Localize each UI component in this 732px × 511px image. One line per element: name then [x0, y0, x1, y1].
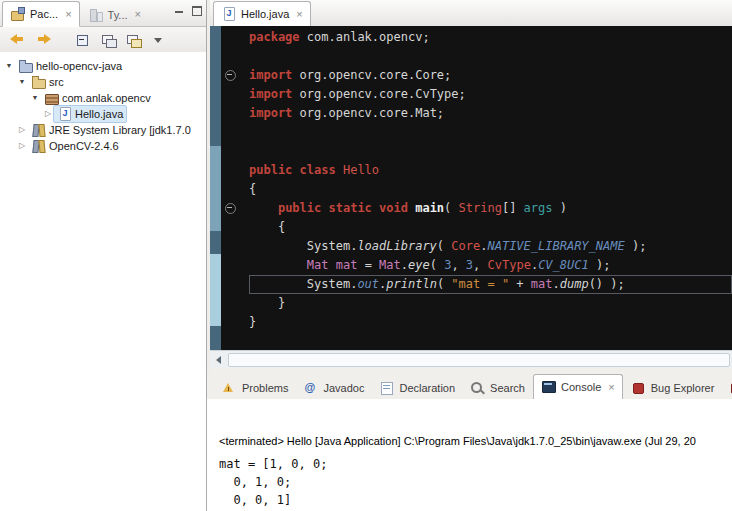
bug-icon: [631, 381, 647, 395]
declaration-icon: [379, 381, 395, 395]
view-tab-search[interactable]: Search: [463, 376, 532, 399]
tab-label: Search: [490, 382, 525, 394]
expander-expanded-icon[interactable]: ▼: [4, 58, 14, 74]
bottom-view-tabs: ProblemsJavadocDeclarationSearchConsole×…: [215, 372, 732, 399]
code-line[interactable]: import org.opencv.core.Mat;: [249, 104, 732, 123]
code-line[interactable]: public static void main( String[] args ): [249, 199, 732, 218]
package-explorer-tabbar: Pac...×Ty...×: [0, 0, 206, 27]
view-tab-javadoc[interactable]: Javadoc: [296, 376, 371, 399]
tab-label: Pac...: [30, 8, 58, 20]
scroll-left-icon: [216, 356, 221, 364]
expander-expanded-icon[interactable]: ▼: [17, 74, 27, 90]
link-with-editor-icon[interactable]: [126, 33, 142, 47]
minimize-icon[interactable]: [174, 5, 185, 15]
view-tab-bug[interactable]: Bug: [722, 376, 732, 399]
code-line[interactable]: import org.opencv.core.CvType;: [249, 85, 732, 104]
tree-item-com-anlak-opencv[interactable]: ▼com.anlak.opencv: [0, 90, 206, 106]
java-file-icon: [57, 107, 73, 121]
expander-collapsed-icon[interactable]: ▷: [43, 106, 53, 122]
library-icon: [31, 123, 47, 137]
view-menu-icon[interactable]: [151, 33, 167, 47]
tree-item-label: Hello.java: [75, 108, 123, 120]
expander-collapsed-icon[interactable]: ▷: [17, 122, 27, 138]
console-output-line: mat = [1, 0, 0;: [219, 455, 732, 473]
code-line[interactable]: }: [249, 313, 732, 332]
expander-expanded-icon[interactable]: ▼: [30, 90, 40, 106]
code-line[interactable]: public class Hello: [249, 161, 732, 180]
horizontal-scrollbar[interactable]: [210, 350, 732, 368]
code-editor[interactable]: package com.anlak.opencv;import org.open…: [210, 26, 732, 351]
code-line[interactable]: System.loadLibrary( Core.NATIVE_LIBRARY_…: [249, 237, 732, 256]
fold-collapse-icon[interactable]: [225, 203, 236, 214]
fold-collapse-icon[interactable]: [225, 70, 236, 81]
tree-item-label: src: [49, 76, 64, 88]
tree-item-label: JRE System Library [jdk1.7.0: [49, 124, 191, 136]
console-output-line: 0, 0, 1]: [219, 491, 732, 509]
close-icon[interactable]: ×: [296, 9, 302, 20]
tree-item-hello-java[interactable]: ▷Hello.java: [0, 106, 206, 122]
code-line[interactable]: {: [249, 180, 732, 199]
java-file-icon: [221, 7, 237, 21]
project-tree[interactable]: ▼hello-opencv-java▼src▼com.anlak.opencv▷…: [0, 52, 206, 511]
project-icon: [18, 59, 34, 73]
package-icon: [44, 91, 60, 105]
tree-item-src[interactable]: ▼src: [0, 74, 206, 90]
maximize-icon[interactable]: [191, 5, 202, 15]
console-output: mat = [1, 0, 0; 0, 1, 0; 0, 0, 1]: [219, 455, 732, 509]
code-line[interactable]: Mat mat = Mat.eye( 3, 3, CvType.CV_8UC1 …: [249, 256, 732, 275]
editor-panel: Hello.java× package com.anlak.opencv;imp…: [210, 0, 732, 368]
package-explorer-panel: Pac...×Ty...× ▼hello-opencv-java▼src▼com…: [0, 0, 207, 511]
view-tab-pac[interactable]: Pac...×: [2, 1, 80, 27]
forward-icon[interactable]: [35, 33, 51, 47]
view-tab-declaration[interactable]: Declaration: [372, 376, 462, 399]
view-tab-ty[interactable]: Ty...×: [81, 3, 148, 26]
code-line[interactable]: [249, 47, 732, 66]
console-header: <terminated> Hello [Java Application] C:…: [219, 435, 732, 447]
tree-item-label: com.anlak.opencv: [62, 92, 151, 104]
code-line[interactable]: [249, 123, 732, 142]
close-icon[interactable]: ×: [608, 382, 614, 393]
scrollbar-thumb[interactable]: [228, 353, 730, 367]
close-icon[interactable]: ×: [65, 9, 71, 20]
tab-label: Bug Explorer: [651, 382, 715, 394]
view-tab-console[interactable]: Console×: [533, 374, 623, 400]
view-tab-problems[interactable]: Problems: [215, 376, 295, 399]
code-area[interactable]: package com.anlak.opencv;import org.open…: [239, 26, 732, 351]
editor-tabbar: Hello.java×: [210, 0, 732, 27]
code-line[interactable]: import org.opencv.core.Core;: [249, 66, 732, 85]
tab-label: Console: [561, 381, 601, 393]
code-line[interactable]: {: [249, 218, 732, 237]
type-hierarchy-icon: [88, 8, 104, 22]
focus-on-active-task-icon[interactable]: [101, 33, 117, 47]
eclipse-window: Pac...×Ty...× ▼hello-opencv-java▼src▼com…: [0, 0, 732, 511]
editor-tab-hello-java[interactable]: Hello.java×: [213, 1, 311, 27]
close-icon[interactable]: ×: [135, 9, 141, 20]
code-line[interactable]: System.out.println( "mat = " + mat.dump(…: [249, 275, 732, 294]
annotation-ruler[interactable]: [210, 26, 221, 351]
search-icon: [470, 381, 486, 395]
expander-collapsed-icon[interactable]: ▷: [17, 138, 27, 154]
collapse-all-icon[interactable]: [76, 33, 92, 47]
console-panel: ProblemsJavadocDeclarationSearchConsole×…: [207, 372, 732, 511]
tab-label: Javadoc: [323, 382, 364, 394]
code-line[interactable]: package com.anlak.opencv;: [249, 28, 732, 47]
code-line[interactable]: [249, 142, 732, 161]
code-line[interactable]: }: [249, 294, 732, 313]
tab-label: Ty...: [108, 9, 128, 21]
tree-item-label: hello-opencv-java: [36, 60, 122, 72]
scroll-left-button[interactable]: [210, 351, 226, 368]
panel-window-buttons: [174, 5, 202, 15]
fold-gutter[interactable]: [221, 26, 239, 351]
tree-item-row: hello-opencv-java: [14, 57, 126, 75]
problems-icon: [222, 381, 238, 395]
javadoc-icon: [303, 381, 319, 395]
tree-item-jre-system-library-jdk1-7-0[interactable]: ▷JRE System Library [jdk1.7.0: [0, 122, 206, 138]
tree-item-opencv-2-4-6[interactable]: ▷OpenCV-2.4.6: [0, 138, 206, 154]
view-tab-bug-explorer[interactable]: Bug Explorer: [624, 376, 722, 399]
console-output-line: 0, 1, 0;: [219, 473, 732, 491]
back-icon[interactable]: [10, 33, 26, 47]
package-explorer-toolbar: [0, 27, 206, 53]
tree-item-hello-opencv-java[interactable]: ▼hello-opencv-java: [0, 58, 206, 74]
tab-label: Problems: [242, 382, 288, 394]
console-view: <terminated> Hello [Java Application] C:…: [207, 399, 732, 511]
